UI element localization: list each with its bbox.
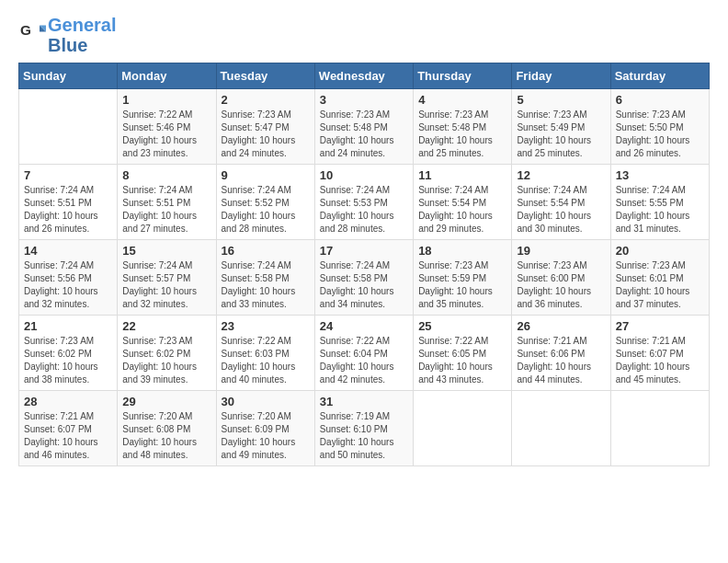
day-number: 9 bbox=[222, 168, 310, 182]
calendar-cell: 2Sunrise: 7:23 AMSunset: 5:47 PMDaylight… bbox=[216, 89, 314, 165]
day-number: 20 bbox=[616, 244, 704, 258]
calendar-week-row: 7Sunrise: 7:24 AMSunset: 5:51 PMDaylight… bbox=[19, 165, 710, 240]
day-number: 26 bbox=[517, 319, 605, 333]
calendar-week-row: 1Sunrise: 7:22 AMSunset: 5:46 PMDaylight… bbox=[19, 89, 710, 165]
weekday-header: Sunday bbox=[19, 63, 118, 89]
calendar-week-row: 21Sunrise: 7:23 AMSunset: 6:02 PMDayligh… bbox=[19, 316, 710, 391]
day-info: Sunrise: 7:20 AMSunset: 6:09 PMDaylight:… bbox=[222, 410, 310, 462]
calendar-cell bbox=[512, 391, 610, 466]
weekday-header: Tuesday bbox=[216, 63, 314, 89]
day-info: Sunrise: 7:23 AMSunset: 6:00 PMDaylight:… bbox=[517, 259, 605, 311]
calendar-cell: 13Sunrise: 7:24 AMSunset: 5:55 PMDayligh… bbox=[610, 165, 709, 240]
calendar-cell: 18Sunrise: 7:23 AMSunset: 5:59 PMDayligh… bbox=[414, 240, 512, 316]
day-info: Sunrise: 7:24 AMSunset: 5:55 PMDaylight:… bbox=[616, 184, 704, 236]
calendar-cell: 10Sunrise: 7:24 AMSunset: 5:53 PMDayligh… bbox=[314, 165, 413, 240]
day-number: 3 bbox=[320, 93, 408, 107]
calendar-cell: 7Sunrise: 7:24 AMSunset: 5:51 PMDaylight… bbox=[19, 165, 118, 240]
calendar-cell: 25Sunrise: 7:22 AMSunset: 6:05 PMDayligh… bbox=[414, 316, 512, 391]
calendar-cell: 20Sunrise: 7:23 AMSunset: 6:01 PMDayligh… bbox=[610, 240, 709, 316]
calendar-cell: 30Sunrise: 7:20 AMSunset: 6:09 PMDayligh… bbox=[216, 391, 314, 466]
day-number: 7 bbox=[24, 168, 112, 182]
calendar-cell: 28Sunrise: 7:21 AMSunset: 6:07 PMDayligh… bbox=[19, 391, 118, 466]
day-number: 15 bbox=[122, 244, 210, 258]
calendar-cell: 16Sunrise: 7:24 AMSunset: 5:58 PMDayligh… bbox=[216, 240, 314, 316]
day-number: 13 bbox=[616, 168, 704, 182]
day-info: Sunrise: 7:23 AMSunset: 5:50 PMDaylight:… bbox=[616, 109, 704, 160]
day-info: Sunrise: 7:23 AMSunset: 6:01 PMDaylight:… bbox=[616, 259, 704, 311]
day-info: Sunrise: 7:24 AMSunset: 5:58 PMDaylight:… bbox=[222, 259, 310, 311]
calendar-cell bbox=[610, 391, 709, 466]
logo-icon: G bbox=[20, 22, 46, 48]
weekday-header-row: SundayMondayTuesdayWednesdayThursdayFrid… bbox=[19, 63, 710, 89]
day-number: 19 bbox=[517, 244, 605, 258]
day-info: Sunrise: 7:22 AMSunset: 5:46 PMDaylight:… bbox=[122, 109, 210, 160]
day-info: Sunrise: 7:24 AMSunset: 5:58 PMDaylight:… bbox=[320, 259, 408, 311]
calendar-cell: 27Sunrise: 7:21 AMSunset: 6:07 PMDayligh… bbox=[610, 316, 709, 391]
weekday-header: Friday bbox=[512, 63, 610, 89]
calendar-cell: 15Sunrise: 7:24 AMSunset: 5:57 PMDayligh… bbox=[118, 240, 216, 316]
calendar-cell: 21Sunrise: 7:23 AMSunset: 6:02 PMDayligh… bbox=[19, 316, 118, 391]
day-info: Sunrise: 7:19 AMSunset: 6:10 PMDaylight:… bbox=[320, 410, 408, 462]
calendar-cell: 14Sunrise: 7:24 AMSunset: 5:56 PMDayligh… bbox=[19, 240, 118, 316]
day-number: 14 bbox=[24, 244, 112, 258]
day-info: Sunrise: 7:23 AMSunset: 5:59 PMDaylight:… bbox=[418, 259, 506, 311]
day-info: Sunrise: 7:24 AMSunset: 5:57 PMDaylight:… bbox=[122, 259, 210, 311]
day-info: Sunrise: 7:21 AMSunset: 6:07 PMDaylight:… bbox=[24, 410, 112, 462]
day-info: Sunrise: 7:22 AMSunset: 6:05 PMDaylight:… bbox=[418, 335, 506, 386]
svg-text:G: G bbox=[20, 22, 31, 38]
day-info: Sunrise: 7:24 AMSunset: 5:51 PMDaylight:… bbox=[24, 184, 112, 236]
calendar-cell: 3Sunrise: 7:23 AMSunset: 5:48 PMDaylight… bbox=[314, 89, 413, 165]
weekday-header: Monday bbox=[118, 63, 216, 89]
weekday-header: Wednesday bbox=[314, 63, 413, 89]
calendar-cell: 24Sunrise: 7:22 AMSunset: 6:04 PMDayligh… bbox=[314, 316, 413, 391]
calendar-container: G GeneralBlue SundayMondayTuesdayWednesd… bbox=[0, 0, 728, 485]
day-info: Sunrise: 7:24 AMSunset: 5:53 PMDaylight:… bbox=[320, 184, 408, 236]
day-info: Sunrise: 7:21 AMSunset: 6:07 PMDaylight:… bbox=[616, 335, 704, 386]
calendar-cell: 5Sunrise: 7:23 AMSunset: 5:49 PMDaylight… bbox=[512, 89, 610, 165]
day-info: Sunrise: 7:22 AMSunset: 6:03 PMDaylight:… bbox=[222, 335, 310, 386]
logo: G GeneralBlue bbox=[18, 15, 116, 55]
calendar-cell: 23Sunrise: 7:22 AMSunset: 6:03 PMDayligh… bbox=[216, 316, 314, 391]
day-number: 27 bbox=[616, 319, 704, 333]
day-number: 16 bbox=[222, 244, 310, 258]
day-info: Sunrise: 7:23 AMSunset: 6:02 PMDaylight:… bbox=[24, 335, 112, 386]
calendar-cell bbox=[19, 89, 118, 165]
weekday-header: Thursday bbox=[414, 63, 512, 89]
day-number: 10 bbox=[320, 168, 408, 182]
calendar-cell: 11Sunrise: 7:24 AMSunset: 5:54 PMDayligh… bbox=[414, 165, 512, 240]
day-info: Sunrise: 7:24 AMSunset: 5:52 PMDaylight:… bbox=[222, 184, 310, 236]
calendar-table: SundayMondayTuesdayWednesdayThursdayFrid… bbox=[18, 63, 710, 466]
day-number: 31 bbox=[320, 395, 408, 408]
day-number: 11 bbox=[418, 168, 506, 182]
calendar-week-row: 28Sunrise: 7:21 AMSunset: 6:07 PMDayligh… bbox=[19, 391, 710, 466]
day-number: 22 bbox=[122, 319, 210, 333]
calendar-cell: 12Sunrise: 7:24 AMSunset: 5:54 PMDayligh… bbox=[512, 165, 610, 240]
day-number: 28 bbox=[24, 395, 112, 408]
day-number: 25 bbox=[418, 319, 506, 333]
calendar-cell: 6Sunrise: 7:23 AMSunset: 5:50 PMDaylight… bbox=[610, 89, 709, 165]
day-number: 21 bbox=[24, 319, 112, 333]
day-number: 24 bbox=[320, 319, 408, 333]
day-info: Sunrise: 7:23 AMSunset: 5:48 PMDaylight:… bbox=[320, 109, 408, 160]
day-number: 30 bbox=[222, 395, 310, 408]
calendar-cell: 31Sunrise: 7:19 AMSunset: 6:10 PMDayligh… bbox=[314, 391, 413, 466]
day-info: Sunrise: 7:23 AMSunset: 6:02 PMDaylight:… bbox=[122, 335, 210, 386]
day-number: 1 bbox=[122, 93, 210, 107]
day-info: Sunrise: 7:22 AMSunset: 6:04 PMDaylight:… bbox=[320, 335, 408, 386]
calendar-cell: 1Sunrise: 7:22 AMSunset: 5:46 PMDaylight… bbox=[118, 89, 216, 165]
day-info: Sunrise: 7:20 AMSunset: 6:08 PMDaylight:… bbox=[122, 410, 210, 462]
calendar-cell: 17Sunrise: 7:24 AMSunset: 5:58 PMDayligh… bbox=[314, 240, 413, 316]
logo-text: GeneralBlue bbox=[48, 15, 116, 55]
day-number: 8 bbox=[122, 168, 210, 182]
day-info: Sunrise: 7:23 AMSunset: 5:47 PMDaylight:… bbox=[222, 109, 310, 160]
day-number: 17 bbox=[320, 244, 408, 258]
day-info: Sunrise: 7:21 AMSunset: 6:06 PMDaylight:… bbox=[517, 335, 605, 386]
day-number: 23 bbox=[222, 319, 310, 333]
day-info: Sunrise: 7:24 AMSunset: 5:54 PMDaylight:… bbox=[517, 184, 605, 236]
day-number: 12 bbox=[517, 168, 605, 182]
day-info: Sunrise: 7:24 AMSunset: 5:56 PMDaylight:… bbox=[24, 259, 112, 311]
day-number: 2 bbox=[222, 93, 310, 107]
calendar-week-row: 14Sunrise: 7:24 AMSunset: 5:56 PMDayligh… bbox=[19, 240, 710, 316]
day-info: Sunrise: 7:24 AMSunset: 5:51 PMDaylight:… bbox=[122, 184, 210, 236]
calendar-cell: 19Sunrise: 7:23 AMSunset: 6:00 PMDayligh… bbox=[512, 240, 610, 316]
